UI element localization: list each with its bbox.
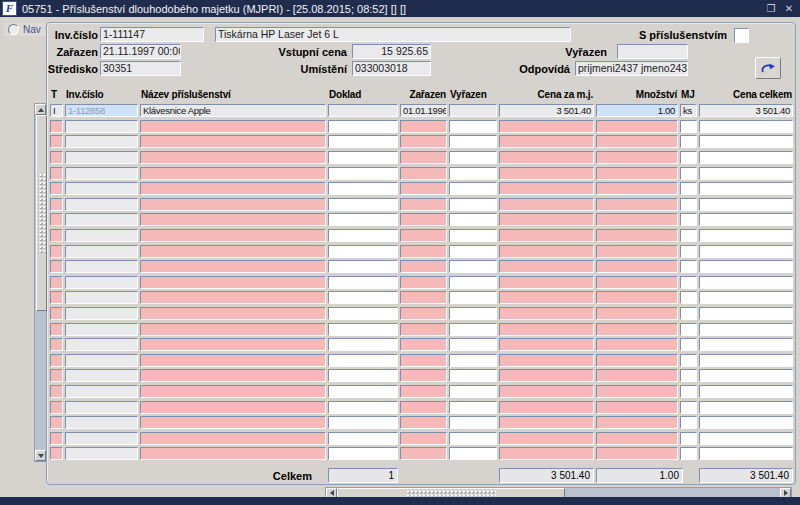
cell-nazev[interactable]: [140, 401, 326, 414]
cell-t[interactable]: [50, 276, 63, 289]
cell-doklad[interactable]: [328, 245, 398, 258]
cell-vyrazen[interactable]: [449, 432, 497, 445]
cell-zarazen[interactable]: [400, 120, 447, 133]
cell-vyrazen[interactable]: [449, 307, 497, 320]
cell-vyrazen[interactable]: [449, 385, 497, 398]
cell-cena_mj[interactable]: [499, 120, 594, 133]
cell-zarazen[interactable]: [400, 276, 447, 289]
cell-inv[interactable]: [65, 151, 138, 164]
cell-vyrazen[interactable]: [449, 245, 497, 258]
cell-cena_mj[interactable]: [499, 182, 594, 195]
cell-vyrazen[interactable]: [449, 104, 497, 117]
nazev-majetku-field[interactable]: Tiskárna HP Laser Jet 6 L: [215, 27, 571, 42]
cell-cena_mj[interactable]: [499, 338, 594, 351]
cell-t[interactable]: [50, 354, 63, 367]
close-button[interactable]: ✕: [782, 2, 796, 15]
cell-zarazen[interactable]: [400, 323, 447, 336]
cell-nazev[interactable]: [140, 182, 326, 195]
cell-mj[interactable]: [680, 369, 697, 382]
cell-t[interactable]: [50, 416, 63, 429]
cell-cena_mj[interactable]: [499, 151, 594, 164]
cell-cena_celkem[interactable]: [699, 213, 793, 226]
cell-cena_celkem[interactable]: [699, 354, 793, 367]
cell-cena_celkem[interactable]: [699, 245, 793, 258]
cell-mnozstvi[interactable]: [596, 182, 678, 195]
cell-doklad[interactable]: [328, 229, 398, 242]
cell-t[interactable]: [50, 167, 63, 180]
cell-mnozstvi[interactable]: [596, 354, 678, 367]
cell-nazev[interactable]: [140, 151, 326, 164]
cell-doklad[interactable]: [328, 291, 398, 304]
cell-inv[interactable]: [65, 229, 138, 242]
cell-cena_celkem[interactable]: [699, 447, 793, 460]
cell-cena_celkem[interactable]: [699, 401, 793, 414]
cell-cena_celkem[interactable]: [699, 369, 793, 382]
cell-zarazen[interactable]: [400, 182, 447, 195]
cell-inv[interactable]: [65, 432, 138, 445]
cell-cena_mj[interactable]: [499, 323, 594, 336]
cell-t[interactable]: [50, 260, 63, 273]
cell-doklad[interactable]: [328, 120, 398, 133]
cell-zarazen[interactable]: [400, 229, 447, 242]
cell-vyrazen[interactable]: [449, 323, 497, 336]
cell-doklad[interactable]: [328, 182, 398, 195]
cell-doklad[interactable]: [328, 432, 398, 445]
cell-vyrazen[interactable]: [449, 213, 497, 226]
cell-mnozstvi[interactable]: [596, 432, 678, 445]
s-prislusenstvim-checkbox[interactable]: [734, 28, 749, 43]
cell-inv[interactable]: [65, 369, 138, 382]
cell-doklad[interactable]: [328, 135, 398, 148]
cell-nazev[interactable]: [140, 291, 326, 304]
restore-button[interactable]: ❐: [764, 2, 778, 15]
cell-cena_mj[interactable]: [499, 198, 594, 211]
cell-mnozstvi[interactable]: [596, 416, 678, 429]
cell-nazev[interactable]: [140, 416, 326, 429]
vertical-scroll-thumb[interactable]: [36, 115, 47, 311]
cell-zarazen[interactable]: [400, 432, 447, 445]
cell-mnozstvi[interactable]: [596, 167, 678, 180]
cell-doklad[interactable]: [328, 307, 398, 320]
nav-toggle[interactable]: Nav: [4, 23, 45, 36]
cell-zarazen[interactable]: [400, 416, 447, 429]
cell-mj[interactable]: [680, 182, 697, 195]
cell-nazev[interactable]: [140, 167, 326, 180]
cell-mj[interactable]: [680, 260, 697, 273]
cell-mnozstvi[interactable]: [596, 385, 678, 398]
cell-t[interactable]: [50, 385, 63, 398]
cell-inv[interactable]: [65, 167, 138, 180]
cell-zarazen[interactable]: [400, 291, 447, 304]
inv-cislo-field[interactable]: 1-111147: [100, 27, 204, 42]
cell-cena_mj[interactable]: [499, 354, 594, 367]
scroll-up-button[interactable]: [35, 104, 46, 115]
cell-cena_mj[interactable]: [499, 307, 594, 320]
cell-inv[interactable]: [65, 135, 138, 148]
cell-zarazen[interactable]: 01.01.1996: [400, 104, 447, 117]
cell-mj[interactable]: [680, 416, 697, 429]
cell-nazev[interactable]: [140, 323, 326, 336]
cell-doklad[interactable]: [328, 401, 398, 414]
cell-mj[interactable]: [680, 323, 697, 336]
cell-zarazen[interactable]: [400, 167, 447, 180]
cell-mnozstvi[interactable]: [596, 291, 678, 304]
cell-vyrazen[interactable]: [449, 120, 497, 133]
vyrazen-field[interactable]: [617, 44, 688, 59]
cell-t[interactable]: [50, 291, 63, 304]
cell-mj[interactable]: [680, 135, 697, 148]
cell-zarazen[interactable]: [400, 369, 447, 382]
cell-mnozstvi[interactable]: 1.00: [596, 104, 678, 117]
cell-doklad[interactable]: [328, 213, 398, 226]
cell-inv[interactable]: [65, 401, 138, 414]
cell-nazev[interactable]: [140, 338, 326, 351]
cell-mnozstvi[interactable]: [596, 307, 678, 320]
cell-cena_celkem[interactable]: [699, 307, 793, 320]
cell-t[interactable]: [50, 151, 63, 164]
cell-t[interactable]: [50, 323, 63, 336]
cell-t[interactable]: [50, 338, 63, 351]
cell-mnozstvi[interactable]: [596, 245, 678, 258]
cell-nazev[interactable]: [140, 229, 326, 242]
cell-inv[interactable]: [65, 338, 138, 351]
cell-zarazen[interactable]: [400, 447, 447, 460]
cell-inv[interactable]: [65, 182, 138, 195]
cell-mj[interactable]: [680, 338, 697, 351]
cell-cena_mj[interactable]: [499, 369, 594, 382]
